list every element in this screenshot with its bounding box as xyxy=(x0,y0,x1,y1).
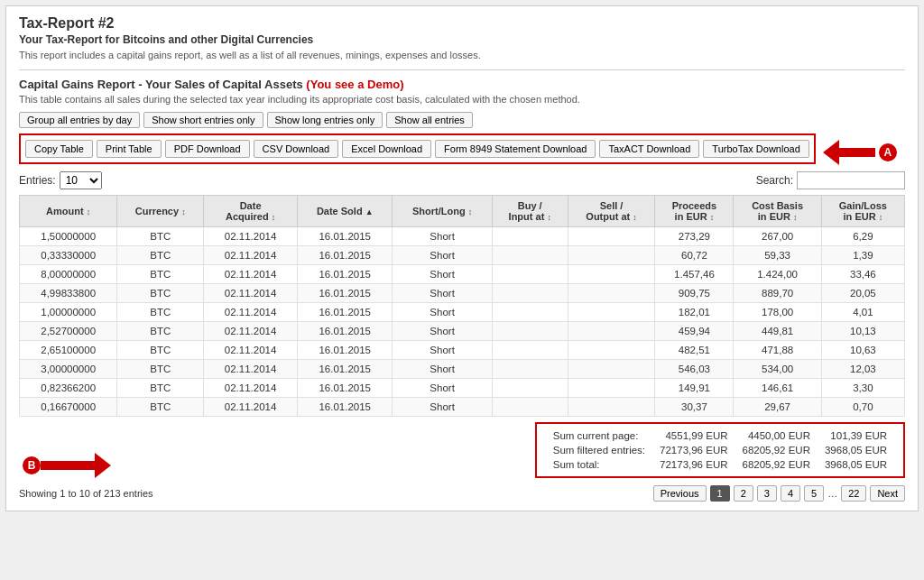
print-table-button[interactable]: Print Table xyxy=(97,140,162,158)
section-title: Capital Gains Report - Your Sales of Cap… xyxy=(19,78,905,91)
table-cell xyxy=(492,284,568,303)
summary-proceeds: 72173,96 EUR xyxy=(652,457,735,472)
summary-box: Sum current page:4551,99 EUR4450,00 EUR1… xyxy=(535,422,905,478)
table-cell: 0,70 xyxy=(821,398,904,417)
filter-btn-short[interactable]: Show short entries only xyxy=(143,112,263,128)
table-cell: 2,52700000 xyxy=(20,322,117,341)
table-row: 1,00000000BTC02.11.201416.01.2015Short18… xyxy=(20,303,905,322)
table-cell xyxy=(568,322,655,341)
col-date-sold[interactable]: Date Sold ▲ xyxy=(298,196,393,227)
table-cell: 482,51 xyxy=(655,341,734,360)
table-header: Amount ↕ Currency ↕ DateAcquired ↕ Date … xyxy=(20,196,905,227)
table-cell: BTC xyxy=(117,246,204,265)
filter-btn-long[interactable]: Show long entries only xyxy=(267,112,383,128)
label-b: B xyxy=(23,456,41,474)
table-cell xyxy=(492,398,568,417)
table-cell: BTC xyxy=(117,398,204,417)
table-cell: 59,33 xyxy=(734,246,821,265)
excel-download-button[interactable]: Excel Download xyxy=(342,140,431,158)
table-row: 0,33330000BTC02.11.201416.01.2015Short60… xyxy=(20,246,905,265)
table-cell: 02.11.2014 xyxy=(204,341,298,360)
table-cell xyxy=(492,322,568,341)
page-4-button[interactable]: 4 xyxy=(781,485,800,502)
table-cell: 534,00 xyxy=(734,360,821,379)
table-cell xyxy=(568,265,655,284)
table-cell: 33,46 xyxy=(821,265,904,284)
col-amount[interactable]: Amount ↕ xyxy=(20,196,117,227)
prev-button[interactable]: Previous xyxy=(653,485,707,502)
table-cell: 1,00000000 xyxy=(20,303,117,322)
table-cell: 1,39 xyxy=(821,246,904,265)
table-cell: 273,29 xyxy=(655,227,734,246)
copy-table-button[interactable]: Copy Table xyxy=(25,140,93,158)
table-cell: 267,00 xyxy=(734,227,821,246)
summary-gain-loss: 3968,05 EUR xyxy=(818,457,894,472)
page-1-button[interactable]: 1 xyxy=(710,485,730,502)
table-cell: 459,94 xyxy=(655,322,734,341)
col-buy-at[interactable]: Buy /Input at ↕ xyxy=(492,196,568,227)
table-cell: 02.11.2014 xyxy=(204,322,298,341)
summary-label: Sum total: xyxy=(546,457,652,472)
table-cell: 16.01.2015 xyxy=(298,265,393,284)
page-3-button[interactable]: 3 xyxy=(757,485,777,502)
table-cell: 02.11.2014 xyxy=(204,360,298,379)
table-cell: 16.01.2015 xyxy=(298,284,393,303)
col-currency[interactable]: Currency ↕ xyxy=(117,196,204,227)
pagination: Previous 1 2 3 4 5 … 22 Next xyxy=(653,485,905,502)
table-cell: BTC xyxy=(117,360,204,379)
table-cell: Short xyxy=(393,265,492,284)
table-cell: 149,91 xyxy=(655,379,734,398)
table-cell: 0,16670000 xyxy=(20,398,117,417)
turbotax-button[interactable]: TurboTax Download xyxy=(703,140,808,158)
filter-btn-all[interactable]: Show all entries xyxy=(386,112,473,128)
table-cell xyxy=(568,227,655,246)
page-desc: This report includes a capital gains rep… xyxy=(19,50,905,60)
taxact-button[interactable]: TaxACT Download xyxy=(599,140,699,158)
summary-gain-loss: 3968,05 EUR xyxy=(818,443,894,457)
table-cell: 889,70 xyxy=(734,284,821,303)
table-cell xyxy=(492,303,568,322)
action-row: Copy Table Print Table PDF Download CSV … xyxy=(19,133,905,171)
table-cell: 0,33330000 xyxy=(20,246,117,265)
table-cell: 60,72 xyxy=(655,246,734,265)
csv-download-button[interactable]: CSV Download xyxy=(254,140,339,158)
table-cell: 8,00000000 xyxy=(20,265,117,284)
table-cell: Short xyxy=(393,379,492,398)
summary-proceeds: 72173,96 EUR xyxy=(652,443,735,457)
table-body: 1,50000000BTC02.11.201416.01.2015Short27… xyxy=(20,227,905,417)
search-input[interactable] xyxy=(797,171,905,189)
col-cost-basis[interactable]: Cost Basisin EUR ↕ xyxy=(734,196,821,227)
table-cell xyxy=(492,246,568,265)
page-22-button[interactable]: 22 xyxy=(841,485,866,502)
pdf-download-button[interactable]: PDF Download xyxy=(165,140,250,158)
col-proceeds[interactable]: Proceedsin EUR ↕ xyxy=(655,196,734,227)
col-gain-loss[interactable]: Gain/Lossin EUR ↕ xyxy=(821,196,904,227)
form8949-button[interactable]: Form 8949 Statement Download xyxy=(435,140,596,158)
summary-cost-basis: 68205,92 EUR xyxy=(735,443,818,457)
summary-cost-basis: 4450,00 EUR xyxy=(735,428,818,443)
entries-select[interactable]: 10 25 50 100 xyxy=(60,171,102,189)
label-a: A xyxy=(879,143,897,161)
arrow-a-head xyxy=(823,140,839,165)
table-row: 3,00000000BTC02.11.201416.01.2015Short54… xyxy=(20,360,905,379)
table-row: 2,65100000BTC02.11.201416.01.2015Short48… xyxy=(20,341,905,360)
table-cell xyxy=(492,341,568,360)
filter-btn-group[interactable]: Group all entries by day xyxy=(19,112,140,128)
table-cell: 10,63 xyxy=(821,341,904,360)
table-cell: 182,01 xyxy=(655,303,734,322)
col-sell-at[interactable]: Sell /Output at ↕ xyxy=(568,196,655,227)
table-row: 0,82366200BTC02.11.201416.01.2015Short14… xyxy=(20,379,905,398)
page-5-button[interactable]: 5 xyxy=(804,485,824,502)
action-buttons-container: Copy Table Print Table PDF Download CSV … xyxy=(19,133,816,164)
table-cell: 10,13 xyxy=(821,322,904,341)
table-cell: 3,00000000 xyxy=(20,360,117,379)
summary-row: Sum filtered entries:72173,96 EUR68205,9… xyxy=(546,443,894,457)
col-short-long[interactable]: Short/Long ↕ xyxy=(393,196,492,227)
next-button[interactable]: Next xyxy=(870,485,905,502)
table-cell xyxy=(568,284,655,303)
table-cell: 2,65100000 xyxy=(20,341,117,360)
col-date-acquired[interactable]: DateAcquired ↕ xyxy=(204,196,298,227)
page-2-button[interactable]: 2 xyxy=(734,485,753,502)
search-control: Search: xyxy=(756,171,905,189)
table-cell: Short xyxy=(393,284,492,303)
